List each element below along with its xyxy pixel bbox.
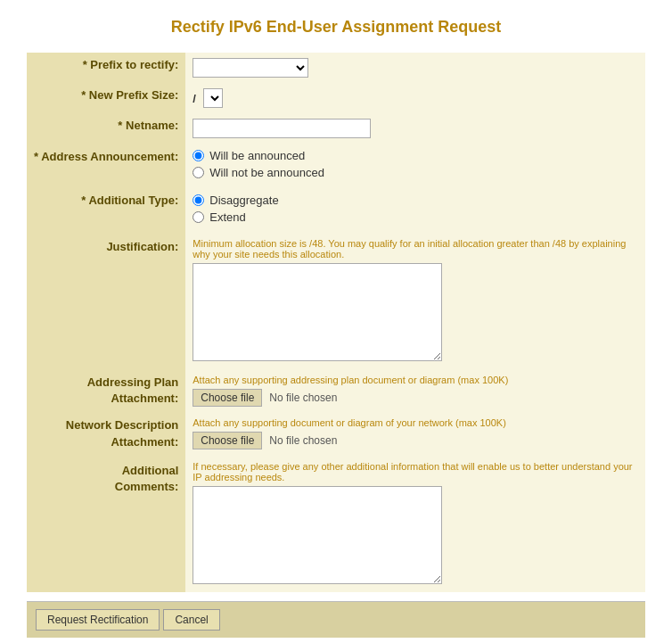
prefix-to-rectify-select[interactable] xyxy=(193,58,308,78)
additional-type-label: * Additional Type: xyxy=(27,188,185,233)
addressing-plan-choose-file-button[interactable]: Choose file xyxy=(193,389,262,407)
addressing-plan-file-row: Choose file No file chosen xyxy=(193,389,638,407)
addressing-plan-cell: Attach any supporting addressing plan do… xyxy=(185,369,645,412)
network-description-cell: Attach any supporting document or diagra… xyxy=(185,412,645,455)
type-disaggregate-label: Disaggregate xyxy=(209,194,278,207)
type-disaggregate-row: Disaggregate xyxy=(193,194,638,207)
submit-button[interactable]: Request Rectification xyxy=(36,609,160,631)
network-description-choose-file-button[interactable]: Choose file xyxy=(193,432,262,449)
addressing-plan-label: Addressing Plan Attachment: xyxy=(27,369,185,412)
announcement-will-be-label: Will be announced xyxy=(209,149,305,162)
address-announcement-label: * Address Announcement: xyxy=(27,144,185,188)
network-description-no-file-text: No file chosen xyxy=(269,434,337,447)
type-extend-label: Extend xyxy=(209,210,245,224)
announcement-will-not-be-radio[interactable] xyxy=(193,167,204,178)
prefix-to-rectify-label: * Prefix to rectify: xyxy=(27,53,185,83)
page-title: Rectify IPv6 End-User Assignment Request xyxy=(27,18,645,37)
announcement-will-not-be-label: Will not be announced xyxy=(209,166,324,179)
announcement-will-not-be-row: Will not be announced xyxy=(193,166,638,179)
address-announcement-cell: Will be announced Will not be announced xyxy=(185,144,645,188)
type-extend-row: Extend xyxy=(193,210,638,224)
additional-comments-cell: If necessary, please give any other addi… xyxy=(185,456,645,592)
new-prefix-size-label: * New Prefix Size: xyxy=(27,83,185,113)
bottom-bar: Request Rectification Cancel xyxy=(27,601,645,638)
type-extend-radio[interactable] xyxy=(193,211,204,223)
form-table: * Prefix to rectify: * New Prefix Size: … xyxy=(27,53,645,592)
addressing-plan-no-file-text: No file chosen xyxy=(269,392,337,404)
justification-hint: Minimum allocation size is /48. You may … xyxy=(193,238,638,260)
addressing-plan-hint: Attach any supporting addressing plan do… xyxy=(193,375,638,385)
announcement-will-be-row: Will be announced xyxy=(193,149,638,162)
new-prefix-size-select[interactable] xyxy=(203,88,223,108)
justification-textarea[interactable] xyxy=(193,263,442,361)
new-prefix-size-cell: / xyxy=(185,83,645,113)
justification-label: Justification: xyxy=(27,233,185,369)
additional-comments-textarea[interactable] xyxy=(193,486,442,584)
additional-comments-label: Additional Comments: xyxy=(27,456,185,592)
announcement-will-be-radio[interactable] xyxy=(193,150,204,161)
additional-comments-hint: If necessary, please give any other addi… xyxy=(193,461,638,482)
slash-prefix: / xyxy=(193,92,196,105)
justification-cell: Minimum allocation size is /48. You may … xyxy=(185,233,645,369)
cancel-button[interactable]: Cancel xyxy=(163,609,219,631)
network-description-label: Network Description Attachment: xyxy=(27,412,185,455)
network-description-file-row: Choose file No file chosen xyxy=(193,432,638,449)
netname-cell xyxy=(185,113,645,144)
netname-input[interactable] xyxy=(193,119,371,138)
additional-type-cell: Disaggregate Extend xyxy=(185,188,645,233)
netname-label: * Netname: xyxy=(27,113,185,144)
prefix-to-rectify-cell xyxy=(185,53,645,83)
network-description-hint: Attach any supporting document or diagra… xyxy=(193,417,638,428)
type-disaggregate-radio[interactable] xyxy=(193,194,204,206)
